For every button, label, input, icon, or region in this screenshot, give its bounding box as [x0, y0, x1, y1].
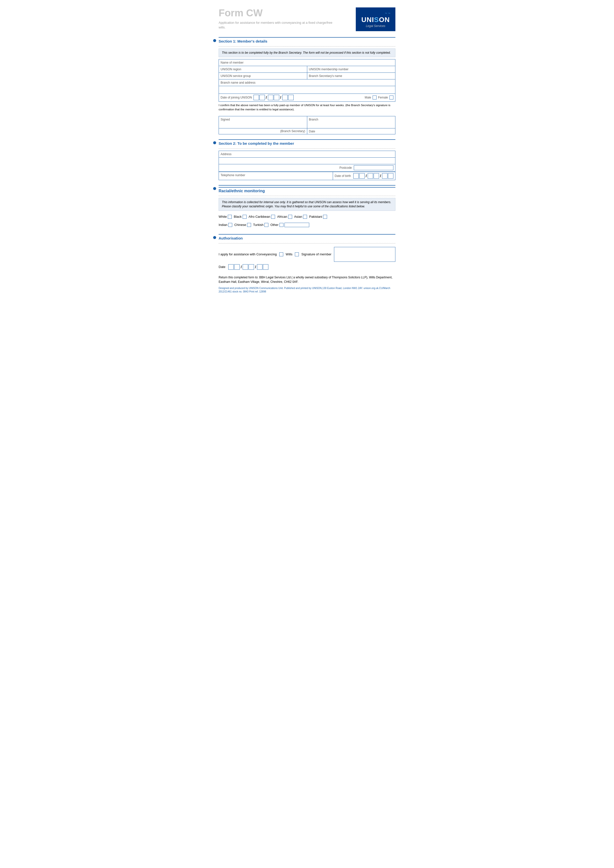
date-joining-area: Date of joining UNISON / /: [221, 95, 294, 100]
day-box2[interactable]: [260, 95, 265, 100]
section2-bullet: [213, 141, 216, 144]
auth-month2[interactable]: [249, 264, 254, 270]
year-box1[interactable]: [282, 95, 288, 100]
chinese-label: Chinese: [234, 223, 246, 227]
date-cell-label: Date: [309, 130, 315, 133]
day-box1[interactable]: [253, 95, 259, 100]
month-box2[interactable]: [274, 95, 279, 100]
footer-return: Return this completed form to: BBH Legal…: [219, 275, 395, 284]
female-checkbox[interactable]: [389, 96, 393, 99]
unison-logo: ～～ UNISON Legal Services: [356, 8, 395, 31]
auth-month1[interactable]: [242, 264, 248, 270]
afro-caribbean-checkbox[interactable]: [271, 215, 275, 219]
dob-year2[interactable]: [388, 173, 393, 179]
other-text-field[interactable]: [284, 223, 309, 227]
year-box2[interactable]: [288, 95, 294, 100]
confirmation-text: I confirm that the above named has been …: [219, 102, 395, 114]
dob-day1[interactable]: [353, 173, 359, 179]
signed-branch-row: Signed Branch: [219, 116, 395, 129]
postcode-field[interactable]: [354, 165, 393, 170]
branch-secretary-label: (Branch Secretary): [219, 129, 307, 134]
dob-month2[interactable]: [374, 173, 379, 179]
pakistani-label: Pakistani: [309, 215, 322, 219]
telephone-label: Telephone number: [221, 174, 245, 177]
wills-checkbox[interactable]: [295, 253, 299, 256]
name-of-member-label: Name of member: [221, 61, 244, 64]
branch-name-label: Branch name and address: [221, 81, 255, 84]
other-label: Other: [270, 223, 278, 227]
service-group-field[interactable]: UNISON service group: [219, 73, 307, 79]
auth-conv-wills-row: I apply for assistance with Conveyancing…: [219, 245, 395, 263]
date-cell-field[interactable]: Date: [307, 129, 396, 134]
membership-number-field[interactable]: UNISON membership number: [307, 66, 396, 73]
racial-checkboxes-row2: Indian Chinese Turkish Other: [219, 221, 395, 229]
white-checkbox[interactable]: [228, 215, 232, 219]
auth-year2[interactable]: [263, 264, 268, 270]
signed-field[interactable]: Signed: [219, 116, 307, 129]
auth-date-boxes[interactable]: / /: [228, 264, 268, 270]
date-joining-label: Date of joining UNISON: [221, 96, 252, 99]
white-label: White: [219, 215, 227, 219]
branch-secretary-name-field[interactable]: Branch Secretary's name: [307, 73, 396, 79]
conveyancing-checkbox[interactable]: [279, 253, 283, 256]
section2: Section 2: To be completed by the member…: [219, 139, 395, 180]
auth-day2[interactable]: [234, 264, 239, 270]
membership-number-label: UNISON membership number: [309, 68, 348, 71]
turkish-checkbox[interactable]: [264, 223, 268, 227]
black-checkbox[interactable]: [242, 215, 247, 219]
afro-caribbean-item: Afro Caribbean: [249, 215, 275, 219]
logo-name: UNISON: [360, 16, 391, 24]
dob-field[interactable]: Date of birth / /: [333, 172, 395, 180]
telephone-field[interactable]: Telephone number: [219, 172, 333, 180]
section2-title: Section 2: To be completed by the member: [219, 141, 395, 146]
service-group-label: UNISON service group: [221, 74, 251, 78]
section1-bullet: [213, 39, 216, 42]
branch-field[interactable]: Branch: [307, 116, 396, 129]
other-item: Other: [270, 223, 309, 227]
asian-label: Asian: [294, 215, 302, 219]
branch-name-field[interactable]: Branch name and address: [219, 79, 395, 86]
racial-title: Racial/ethnic monitoring: [219, 187, 395, 193]
dob-month1[interactable]: [368, 173, 373, 179]
branch-address-field[interactable]: [219, 86, 395, 94]
pakistani-checkbox[interactable]: [323, 215, 327, 219]
service-group-secretary-row: UNISON service group Branch Secretary's …: [219, 73, 395, 79]
african-checkbox[interactable]: [288, 215, 292, 219]
branch-secretary-name-label: Branch Secretary's name: [309, 74, 342, 78]
dob-boxes[interactable]: / /: [353, 173, 393, 179]
auth-day1[interactable]: [228, 264, 234, 270]
signature-area[interactable]: [334, 247, 395, 262]
chinese-checkbox[interactable]: [247, 223, 251, 227]
section1: Section 1: Member's details This section…: [219, 37, 395, 134]
unison-region-field[interactable]: UNISON region: [219, 66, 307, 73]
male-checkbox[interactable]: [373, 96, 376, 99]
dob-year1[interactable]: [382, 173, 387, 179]
date-gender-row: Date of joining UNISON / / Male Female: [219, 93, 395, 102]
postcode-row: Postcode: [219, 164, 395, 172]
logo-subtitle: Legal Services: [360, 24, 391, 28]
racial-checkboxes-row1: White Black Afro Caribbean African Asian…: [219, 213, 395, 221]
logo-swoosh: ～～: [360, 11, 391, 16]
unison-region-label: UNISON region: [221, 68, 241, 71]
date-joining-boxes[interactable]: / /: [253, 95, 294, 100]
address-field-1[interactable]: Address: [219, 151, 395, 158]
month-box1[interactable]: [268, 95, 273, 100]
asian-checkbox[interactable]: [303, 215, 307, 219]
indian-item: Indian: [219, 223, 232, 227]
section1-info: This section is to be completed fully by…: [219, 48, 395, 57]
address-field-2[interactable]: [219, 157, 395, 164]
female-label: Female: [378, 96, 388, 99]
region-membership-row: UNISON region UNISON membership number: [219, 66, 395, 73]
header: Form CW Application for assistance for m…: [219, 8, 395, 31]
dob-label: Date of birth: [335, 174, 351, 178]
black-item: Black: [234, 215, 247, 219]
wills-label: Wills: [286, 253, 292, 256]
signature-label: Signature of member: [301, 253, 331, 256]
name-of-member-field[interactable]: Name of member: [219, 59, 395, 66]
dob-day2[interactable]: [359, 173, 365, 179]
black-label: Black: [234, 215, 242, 219]
other-checkbox[interactable]: [280, 223, 283, 227]
indian-checkbox[interactable]: [228, 223, 232, 227]
auth-year1[interactable]: [257, 264, 263, 270]
turkish-item: Turkish: [253, 223, 268, 227]
